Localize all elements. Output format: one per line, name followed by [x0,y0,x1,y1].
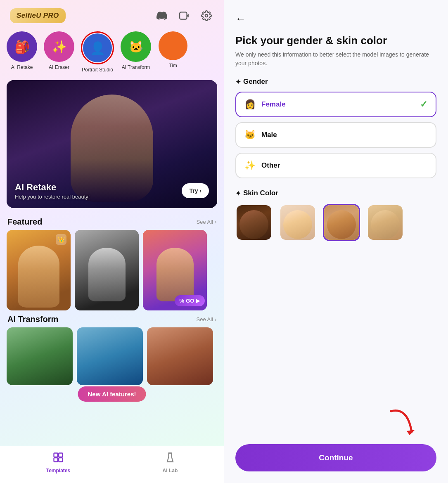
female-emoji: 👩 [244,99,256,110]
skin-asian-img [368,205,403,240]
crown-icon: 👑 [56,234,66,245]
nav-item-ai-eraser[interactable]: ✨ AI Eraser [44,31,74,73]
arrow-svg [383,403,420,440]
discord-icon[interactable] [154,8,169,23]
at-card-1[interactable] [7,327,73,385]
gender-options: 👩 Female ✓ 🐱 Male ✨ Other [235,92,436,178]
hero-try-button[interactable]: Try › [182,183,209,198]
skin-dark-img [237,205,271,240]
ai-transform-row [0,327,224,385]
svg-rect-4 [59,453,62,457]
featured-header: Featured See All › [0,211,224,230]
skin-asian[interactable] [367,204,404,241]
portrait-studio-label: Portrait Studio [82,67,113,73]
nav-item-tim[interactable]: Tim [158,31,188,73]
nav-strip: 🎒 AI Retake ✨ AI Eraser 👤 Portrait Studi… [0,27,224,77]
back-button[interactable]: ← [235,12,436,25]
svg-marker-8 [407,430,415,435]
skin-color-section-label: ✦ Skin Color [235,189,436,197]
gender-other[interactable]: ✨ Other [235,153,436,178]
bottom-nav-ai-lab[interactable]: AI Lab [163,452,178,474]
page-title: Pick your gender & skin color [235,34,436,47]
gender-male[interactable]: 🐱 Male [235,122,436,148]
left-panel: SelfieU PRO 🎒 AI Retake ✨ AI Eraser 👤 [0,0,224,483]
settings-icon[interactable] [199,8,214,23]
nav-item-portrait-studio[interactable]: 👤 Portrait Studio [81,31,114,73]
skin-light[interactable] [279,204,316,241]
ai-transform-title: AI Transform [7,315,58,324]
other-label: Other [261,161,280,170]
new-ai-banner[interactable]: New AI features! [78,386,146,402]
tim-icon [159,31,187,60]
templates-icon [52,452,64,466]
skin-color-label-text: Skin Color [243,189,278,197]
sparkle-icon: ✦ [235,78,241,86]
svg-rect-6 [59,458,62,462]
nav-item-ai-transform[interactable]: 🐱 AI Transform [121,31,151,73]
ai-transform-icon: 🐱 [121,31,151,62]
svg-rect-5 [54,458,57,462]
continue-button[interactable]: Continue [235,444,436,471]
skin-tan-img [324,205,359,240]
hero-title: AI Retake [15,182,90,193]
bottom-nav-templates[interactable]: Templates [46,452,70,474]
hero-banner: AI Retake Help you to restore real beaut… [7,80,217,208]
top-icons [154,8,214,23]
other-emoji: ✨ [244,160,256,171]
svg-rect-3 [54,453,57,457]
skin-dark[interactable] [235,204,273,241]
gender-label-text: Gender [243,78,268,86]
video-icon[interactable] [177,8,192,23]
male-emoji: 🐱 [244,130,256,140]
skin-color-options [235,204,436,241]
top-bar: SelfieU PRO [0,0,224,27]
at-card-3[interactable] [147,327,213,385]
hero-text: AI Retake Help you to restore real beaut… [15,182,90,200]
sparkle-icon-2: ✦ [235,189,241,197]
featured-row: Realistic Muscle Man 👑 30's Style F... A… [0,230,224,310]
arrow-hint [235,403,420,440]
featured-title: Featured [7,217,42,227]
featured-card-1[interactable]: Realistic Muscle Man 👑 [7,230,71,310]
ai-eraser-icon: ✨ [44,31,74,62]
tim-label: Tim [169,63,177,69]
ai-lab-icon [164,452,176,466]
ai-transform-label: AI Transform [122,64,150,70]
featured-card-3[interactable]: F... An... %GO ▶ [143,230,207,310]
ai-retake-icon: 🎒 [7,31,37,62]
skin-light-img [280,205,315,240]
at-card-2[interactable] [77,327,143,385]
ai-lab-label: AI Lab [163,468,178,474]
page-description: We only need this information to better … [235,50,436,68]
ai-transform-see-all[interactable]: See All › [197,316,216,322]
templates-label: Templates [46,468,70,474]
skin-tan[interactable] [323,204,360,241]
featured-card-2[interactable]: 30's Style [75,230,139,310]
right-panel: ← Pick your gender & skin color We only … [224,0,448,483]
male-label: Male [261,131,277,139]
hero-subtitle: Help you to restore real beauty! [15,194,90,200]
promo-badge[interactable]: %GO ▶ [175,295,205,306]
ai-retake-label: AI Retake [11,64,33,70]
ai-eraser-label: AI Eraser [49,64,69,70]
svg-point-2 [205,14,208,17]
portrait-studio-icon: 👤 [83,33,112,62]
nav-item-ai-retake[interactable]: 🎒 AI Retake [7,31,37,73]
logo-badge: SelfieU PRO [10,8,66,23]
ai-transform-header: AI Transform See All › [0,310,224,327]
svg-rect-0 [180,12,187,19]
gender-female[interactable]: 👩 Female ✓ [235,92,436,117]
gender-section-label: ✦ Gender [235,78,436,86]
female-check: ✓ [420,99,427,110]
featured-see-all[interactable]: See All › [197,219,216,225]
female-label: Female [261,100,286,109]
new-ai-banner-container: New AI features! [0,389,224,414]
bottom-nav: Templates AI Lab [0,446,224,483]
